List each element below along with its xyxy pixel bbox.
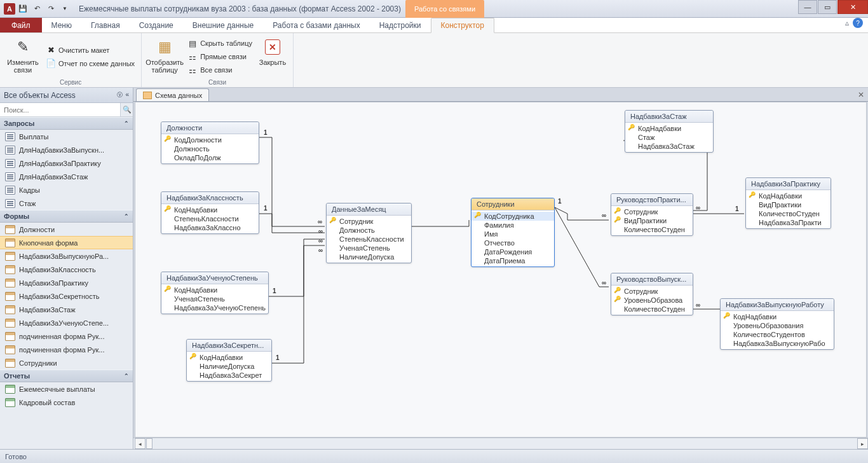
qat-dropdown-icon[interactable]: ▼ — [58, 3, 71, 15]
nav-item[interactable]: НадбавкиЗаСтаж — [0, 303, 133, 316]
table-field[interactable]: КодНадбавки — [625, 124, 713, 133]
table-sotrudniki[interactable]: СотрудникиКодСотрудникаФамилияИмяОтчеств… — [471, 198, 555, 267]
table-field[interactable]: КоличествоСтуден — [746, 209, 831, 218]
direct-relationships-button[interactable]: ⚏ Прямые связи — [186, 51, 254, 62]
table-field[interactable]: УченаяСтепень — [161, 294, 268, 303]
nav-group-reports[interactable]: Отчеты ⌃ — [0, 370, 133, 382]
table-field[interactable]: КоличествоСтуден — [611, 305, 693, 314]
close-button[interactable]: ✕ — [837, 0, 868, 14]
canvas-scrollbar[interactable]: ◂ ▸ — [133, 438, 868, 449]
table-field[interactable]: Стаж — [625, 133, 713, 142]
table-nadbavki-stazh[interactable]: НадбавкиЗаСтажКодНадбавкиСтажНадбавкаЗаС… — [625, 110, 714, 153]
nav-item[interactable]: подчиненная форма Рук... — [0, 343, 133, 356]
relationship-report-button[interactable]: 📄 Отчет по схеме данных — [44, 58, 136, 69]
close-relationships-button[interactable]: ✕ Закрыть — [257, 36, 288, 78]
tab-design[interactable]: Конструктор — [431, 18, 494, 33]
nav-item[interactable]: Сотрудники — [0, 356, 133, 370]
search-input[interactable] — [0, 103, 120, 116]
maximize-button[interactable]: ▭ — [818, 0, 837, 14]
tab-home[interactable]: Главная — [81, 18, 130, 32]
nav-item[interactable]: Выплаты — [0, 130, 133, 143]
table-rukovodstvo-vyp[interactable]: РуководствоВыпуск...СотрудникУровеньОбра… — [611, 273, 693, 315]
relationship-canvas[interactable]: 1 ∞ 1 ∞ 1 ∞ 1 ∞ ∞ 1 1 ∞ ∞ ∞ 1 ∞ 1 Должно… — [135, 102, 867, 438]
nav-item[interactable]: ДляНадбавкиЗаСтаж — [0, 170, 133, 183]
table-field[interactable]: НаличиеДопуска — [187, 362, 271, 371]
table-field[interactable]: КодНадбавки — [161, 205, 259, 214]
table-field[interactable]: УровеньОбразова — [611, 296, 693, 305]
ribbon-collapse-icon[interactable]: ▵ — [845, 18, 849, 27]
table-field[interactable]: НадбавкаЗаКлассно — [161, 223, 259, 232]
table-field[interactable]: УченаяСтепень — [327, 244, 411, 252]
nav-item[interactable]: Кадры — [0, 183, 133, 197]
nav-item[interactable]: НадбавкиЗаПрактику — [0, 276, 133, 289]
nav-item[interactable]: Кнопочная форма — [0, 236, 133, 249]
table-field[interactable]: КодСотрудника — [471, 212, 554, 221]
search-button[interactable]: 🔍 — [120, 103, 133, 116]
table-field[interactable]: КодНадбавки — [746, 191, 831, 200]
save-icon[interactable]: 💾 — [17, 3, 29, 15]
table-field[interactable]: КодНадбавки — [161, 286, 268, 294]
table-field[interactable]: КодНадбавки — [721, 312, 834, 321]
table-dannye-mesyats[interactable]: ДанныеЗаМесяцСотрудникДолжностьСтепеньКл… — [326, 203, 412, 263]
nav-item[interactable]: НадбавкиЗаСекретность — [0, 289, 133, 303]
table-field[interactable]: СтепеньКлассности — [327, 235, 411, 244]
table-field[interactable]: КоличествоСтудентов — [721, 330, 834, 339]
table-field[interactable]: НадбавкаЗаУченуюСтепень — [161, 303, 268, 312]
table-field[interactable]: Сотрудник — [611, 287, 693, 296]
nav-item[interactable]: ДляНадбавкиЗаПрактику — [0, 156, 133, 170]
nav-item[interactable]: подчиненная форма Рук... — [0, 329, 133, 343]
table-field[interactable]: Имя — [471, 230, 554, 238]
table-nadbavki-vypusk[interactable]: НадбавкиЗаВыпускнуюРаботуКодНадбавкиУров… — [720, 298, 834, 350]
nav-item[interactable]: Должности — [0, 223, 133, 236]
scroll-right-icon[interactable]: ▸ — [857, 438, 868, 449]
nav-dropdown-icon[interactable]: ⓥ — [117, 91, 123, 99]
tab-menu[interactable]: Меню — [42, 18, 81, 32]
table-nadbavki-uchstepen[interactable]: НадбавкиЗаУченуюСтепеньКодНадбавкиУченая… — [161, 272, 269, 314]
table-field[interactable]: НадбавкаЗаСтаж — [625, 142, 713, 151]
table-field[interactable]: Фамилия — [471, 221, 554, 230]
table-nadbavki-klassnost[interactable]: НадбавкиЗаКлассностьКодНадбавкиСтепеньКл… — [161, 191, 259, 234]
table-dolzhnosti[interactable]: ДолжностиКодДолжностиДолжностьОкладПоДол… — [161, 121, 259, 164]
nav-item[interactable]: ДляНадбавкиЗаВыпускн... — [0, 143, 133, 156]
table-field[interactable]: ВидПрактики — [611, 216, 693, 225]
nav-item[interactable]: НадбавкиЗаВыпускнуюРа... — [0, 249, 133, 263]
table-field[interactable]: Отчество — [471, 238, 554, 247]
table-field[interactable]: ДатаПриема — [471, 256, 554, 265]
table-field[interactable]: Должность — [161, 144, 259, 153]
table-field[interactable]: ОкладПоДолж — [161, 153, 259, 162]
nav-item[interactable]: НадбавкиЗаКлассность — [0, 263, 133, 276]
scroll-split-icon[interactable] — [146, 438, 153, 449]
table-field[interactable]: Должность — [327, 226, 411, 235]
edit-relationships-button[interactable]: ✎ Изменить связи — [5, 36, 41, 78]
table-field[interactable]: КоличествоСтуден — [611, 225, 693, 234]
table-field[interactable]: КодДолжности — [161, 135, 259, 144]
table-field[interactable]: НадбавкаЗаСекрет — [187, 371, 271, 380]
minimize-button[interactable]: — — [798, 0, 817, 14]
app-logo[interactable]: A — [4, 3, 15, 15]
table-field[interactable]: СтепеньКлассности — [161, 214, 259, 223]
table-field[interactable]: Сотрудник — [611, 207, 693, 216]
nav-group-forms[interactable]: Формы ⌃ — [0, 210, 133, 223]
table-nadbavki-praktiku[interactable]: НадбавкиЗаПрактикуКодНадбавкиВидПрактики… — [745, 177, 831, 229]
table-field[interactable]: УровеньОбразования — [721, 321, 834, 330]
table-rukovodstvo-prakt[interactable]: РуководствоПракти...СотрудникВидПрактики… — [611, 193, 693, 236]
show-table-button[interactable]: ▦ Отобразить таблицу — [147, 36, 182, 78]
table-field[interactable]: НаличиеДопуска — [327, 252, 411, 261]
nav-item[interactable]: Кадровый состав — [0, 396, 133, 409]
tab-close-icon[interactable]: ✕ — [858, 90, 864, 99]
nav-collapse-icon[interactable]: « — [125, 91, 129, 99]
nav-item[interactable]: Стаж — [0, 197, 133, 210]
tab-schema[interactable]: Схема данных — [136, 88, 209, 101]
nav-item[interactable]: Ежемесячные выплаты — [0, 382, 133, 396]
table-field[interactable]: Сотрудник — [327, 217, 411, 226]
table-field[interactable]: КодНадбавки — [187, 353, 271, 362]
clear-layout-button[interactable]: ✖ Очистить макет — [44, 45, 136, 56]
table-field[interactable]: ДатаРождения — [471, 247, 554, 256]
hide-table-button[interactable]: ▤ Скрыть таблицу — [186, 38, 254, 49]
scroll-left-icon[interactable]: ◂ — [135, 438, 146, 449]
table-field[interactable]: НадбавкаЗаВыпускнуюРабо — [721, 339, 834, 348]
tab-external-data[interactable]: Внешние данные — [183, 18, 264, 32]
help-icon[interactable]: ? — [853, 18, 863, 28]
undo-icon[interactable]: ↶ — [31, 3, 43, 15]
redo-icon[interactable]: ↷ — [44, 3, 57, 15]
